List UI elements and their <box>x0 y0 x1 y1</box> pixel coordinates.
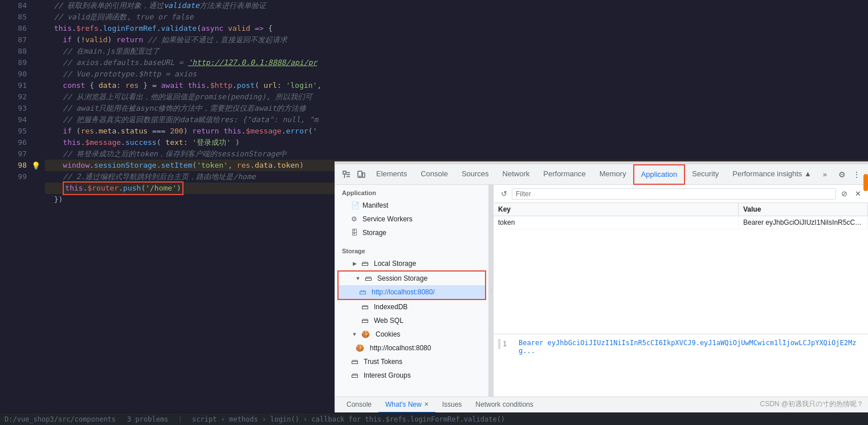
sidebar-item-session-storage[interactable]: ▼ 🗃 Session Storage <box>339 272 485 285</box>
sidebar-item-interest-groups[interactable]: 🗃 Interest Groups <box>335 369 488 382</box>
csdn-watermark: CSDN @初遇我只の寸的热情呢？ <box>760 399 863 409</box>
sidebar-item-indexeddb[interactable]: 🗃 IndexedDB <box>335 300 488 314</box>
tab-console[interactable]: Console <box>414 164 455 185</box>
code-line: // valid是回调函数, true or false <box>45 11 868 23</box>
bottom-tab-issues[interactable]: Issues <box>435 397 469 413</box>
expand-icon-cookies: ▼ <box>351 331 358 338</box>
storage-icon: 🗄 <box>351 229 359 237</box>
devtools-main-content: ↺ ⊘ ✕ Key Value token Bearer eyJhbGciOiJ… <box>494 185 868 396</box>
sidebar-drag-handle[interactable]: ⋮ <box>489 185 494 396</box>
bottom-tab-whats-new[interactable]: What's New ✕ <box>378 397 435 413</box>
tab-performance[interactable]: Performance <box>536 164 592 185</box>
code-line: if (res.meta.status === 200) return this… <box>45 126 868 137</box>
code-line: // 把服务器真实的返回数据里面的data赋值给res: {"data": nu… <box>45 114 868 126</box>
svg-rect-6 <box>362 173 365 177</box>
refresh-button[interactable]: ↺ <box>498 188 510 200</box>
devtools-more-options-button[interactable]: ⋮ <box>850 168 863 181</box>
filter-delete-button[interactable]: ✕ <box>852 188 863 200</box>
storage-table: Key Value token Bearer eyJhbGciOiJIUzI1N… <box>494 203 868 269</box>
breadcrumb-path: script › methods › login() › callback fo… <box>192 415 505 423</box>
tab-security[interactable]: Security <box>685 164 726 185</box>
devtools-sidebar: Application 📄 Manifest ⚙ Service Workers… <box>335 185 489 396</box>
code-line: // Vue.prototype.$http = axios <box>45 68 868 80</box>
table-cell-value: Bearer eyJhbGciOiJIUzI1NiIsInR5cCI6Ikp..… <box>739 216 868 229</box>
code-line: const { data: res } = await this.$http.p… <box>45 80 868 91</box>
sidebar-item-service-workers-label: Service Workers <box>362 215 413 223</box>
token-value-text: Bearer eyJhbGciOiJIUzI1NiIsInR5cCI6IkpXV… <box>519 339 863 355</box>
interest-groups-icon: 🗃 <box>351 371 358 379</box>
expand-icon-indexeddb <box>351 303 358 310</box>
code-line: // 在main.js里面配置过了 <box>45 46 868 57</box>
devtools-device-button[interactable] <box>354 168 368 181</box>
sidebar-item-trust-tokens[interactable]: 🗃 Trust Tokens <box>335 355 488 369</box>
devtools-panel: Elements Console Sources Network Perform… <box>335 161 868 412</box>
application-section-label: Application <box>335 185 488 199</box>
editor-area: 84 85 86 87 88 89 90 91 92 93 94 95 96 9… <box>0 0 868 412</box>
sidebar-item-cookies[interactable]: ▼ 🍪 Cookies <box>335 327 488 341</box>
problems-count: 3 problems <box>127 415 168 423</box>
filter-bar: ↺ ⊘ ✕ <box>494 185 868 203</box>
web-sql-icon: 🗃 <box>361 317 368 325</box>
tab-application[interactable]: Application <box>633 164 686 185</box>
tab-memory[interactable]: Memory <box>593 164 633 185</box>
sidebar-item-cookies-localhost[interactable]: 🍪 http://localhost:8080 <box>335 341 488 355</box>
cookies-icon: 🍪 <box>361 330 370 338</box>
code-line: // await只能用在被async修饰的方法中，需要把仅仅若await的方法修 <box>45 103 868 114</box>
sidebar-item-cookies-localhost-label: http://localhost:8080 <box>370 344 431 352</box>
table-header: Key Value <box>494 203 868 216</box>
expand-icon-session-storage: ▼ <box>354 275 361 282</box>
code-line: // 将登录成功之后的token，保存到客户端的sessionStorage中 <box>45 148 868 160</box>
sidebar-item-manifest-label: Manifest <box>362 201 388 209</box>
expand-icon-local-storage: ▶ <box>351 260 358 267</box>
cookies-localhost-icon: 🍪 <box>356 344 364 352</box>
bottom-tab-console[interactable]: Console <box>340 397 378 413</box>
bottom-tab-network-conditions[interactable]: Network conditions <box>468 397 540 413</box>
sidebar-item-local-storage[interactable]: ▶ 🗃 Local Storage <box>335 257 488 270</box>
line-numbers: 84 85 86 87 88 89 90 91 92 93 94 95 96 9… <box>0 0 31 412</box>
filter-clear-button[interactable]: ⊘ <box>838 188 850 200</box>
tab-sources[interactable]: Sources <box>455 164 496 185</box>
sidebar-item-session-storage-label: Session Storage <box>377 274 427 282</box>
sidebar-item-localhost-8080[interactable]: 🗃 http://localhost:8080/ <box>339 285 485 299</box>
bulb-icon[interactable]: 💡 <box>31 161 40 170</box>
localhost-storage-icon: 🗃 <box>359 288 366 296</box>
table-row[interactable]: token Bearer eyJhbGciOiJIUzI1NiIsInR5cCI… <box>494 216 868 229</box>
sidebar-item-storage[interactable]: 🗄 Storage <box>335 226 488 240</box>
indexeddb-icon: 🗃 <box>361 303 368 311</box>
session-storage-group: ▼ 🗃 Session Storage 🗃 http://localhost:8… <box>337 270 486 300</box>
devtools-toolbar: Elements Console Sources Network Perform… <box>335 164 868 185</box>
status-bar: D:/vue_shop3/src/components 3 problems |… <box>0 412 868 425</box>
sidebar-item-interest-groups-label: Interest Groups <box>364 371 411 379</box>
gutter-icons: 💡 <box>31 0 43 412</box>
storage-group-label: Storage <box>335 244 488 257</box>
code-line: // 获取到表单的引用对象，通过validate方法来进行表单验证 <box>45 0 868 11</box>
code-line: this.$message.success( text: '登录成功' ) <box>45 137 868 148</box>
code-line: this.$refs.loginFormRef.validate(async v… <box>45 23 868 34</box>
whats-new-close-icon[interactable]: ✕ <box>424 401 429 407</box>
token-line-number: 1 <box>503 339 512 348</box>
tab-performance-insights[interactable]: Performance insights ▲ <box>726 164 818 185</box>
devtools-tabs: Elements Console Sources Network Perform… <box>369 164 834 185</box>
sidebar-item-trust-tokens-label: Trust Tokens <box>364 358 402 366</box>
table-cell-key: token <box>494 216 739 229</box>
code-line: // axios.defaults.baseURL = 'http://127.… <box>45 57 868 68</box>
sidebar-item-web-sql[interactable]: 🗃 Web SQL <box>335 314 488 327</box>
tab-network[interactable]: Network <box>496 164 537 185</box>
token-display-area: 1 Bearer eyJhbGciOiJIUzI1NiIsInR5cCI6Ikp… <box>494 334 868 396</box>
sidebar-item-service-workers[interactable]: ⚙ Service Workers <box>335 212 488 226</box>
manifest-icon: 📄 <box>351 201 359 209</box>
token-scroll-indicator <box>498 339 500 349</box>
file-path: D:/vue_shop3/src/components <box>5 415 116 423</box>
scroll-indicator-orange <box>863 174 868 191</box>
sidebar-item-manifest[interactable]: 📄 Manifest <box>335 199 488 212</box>
tab-more[interactable]: » <box>818 164 832 185</box>
sidebar-item-localhost-label: http://localhost:8080/ <box>372 288 435 296</box>
devtools-settings-button[interactable]: ⚙ <box>835 168 849 181</box>
svg-rect-0 <box>343 171 346 174</box>
devtools-inspect-button[interactable] <box>340 168 353 181</box>
tab-elements[interactable]: Elements <box>369 164 414 185</box>
sidebar-item-cookies-label: Cookies <box>376 330 400 338</box>
filter-input[interactable] <box>512 188 836 200</box>
code-line: // 从浏览器上可以看出，他的返回值是promise(pending), 所以我… <box>45 91 868 103</box>
sidebar-item-local-storage-label: Local Storage <box>374 260 416 268</box>
